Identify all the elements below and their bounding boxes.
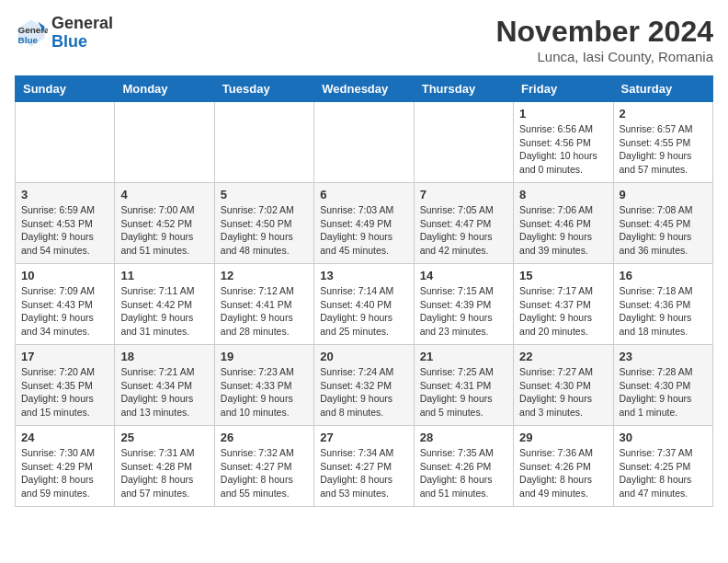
calendar-cell: 27Sunrise: 7:34 AM Sunset: 4:27 PM Dayli… [314,426,414,507]
day-number: 15 [519,269,607,282]
day-info: Sunrise: 6:57 AM Sunset: 4:55 PM Dayligh… [620,122,707,177]
day-info: Sunrise: 6:56 AM Sunset: 4:56 PM Dayligh… [519,122,607,177]
calendar-cell: 29Sunrise: 7:36 AM Sunset: 4:26 PM Dayli… [514,426,613,507]
week-row-4: 17Sunrise: 7:20 AM Sunset: 4:35 PM Dayli… [16,345,713,426]
header-tuesday: Tuesday [214,76,313,102]
calendar-cell: 14Sunrise: 7:15 AM Sunset: 4:39 PM Dayli… [414,264,513,345]
day-number: 23 [620,350,707,363]
day-number: 20 [320,350,407,363]
day-number: 30 [620,431,707,444]
day-info: Sunrise: 7:25 AM Sunset: 4:31 PM Dayligh… [420,365,507,419]
calendar-cell: 4Sunrise: 7:00 AM Sunset: 4:52 PM Daylig… [115,183,214,264]
title-area: November 2024 Lunca, Iasi County, Romani… [495,15,713,64]
week-row-2: 3Sunrise: 6:59 AM Sunset: 4:53 PM Daylig… [16,183,713,264]
calendar-cell: 1Sunrise: 6:56 AM Sunset: 4:56 PM Daylig… [514,102,613,183]
logo-text: General Blue [51,15,113,52]
header-friday: Friday [514,76,613,102]
day-number: 12 [221,269,308,282]
day-info: Sunrise: 7:37 AM Sunset: 4:25 PM Dayligh… [620,446,707,500]
calendar-cell: 10Sunrise: 7:09 AM Sunset: 4:43 PM Dayli… [16,264,115,345]
day-number: 13 [320,269,407,282]
month-title: November 2024 [495,15,713,49]
calendar-cell: 21Sunrise: 7:25 AM Sunset: 4:31 PM Dayli… [414,345,513,426]
day-info: Sunrise: 7:28 AM Sunset: 4:30 PM Dayligh… [620,365,707,419]
day-info: Sunrise: 7:35 AM Sunset: 4:26 PM Dayligh… [420,446,507,500]
day-info: Sunrise: 7:09 AM Sunset: 4:43 PM Dayligh… [21,284,108,339]
day-info: Sunrise: 7:31 AM Sunset: 4:28 PM Dayligh… [120,446,208,500]
calendar-cell: 8Sunrise: 7:06 AM Sunset: 4:46 PM Daylig… [514,183,613,264]
calendar-cell: 24Sunrise: 7:30 AM Sunset: 4:29 PM Dayli… [16,426,115,507]
header-saturday: Saturday [613,76,712,102]
calendar-cell: 11Sunrise: 7:11 AM Sunset: 4:42 PM Dayli… [115,264,214,345]
calendar-cell: 12Sunrise: 7:12 AM Sunset: 4:41 PM Dayli… [214,264,313,345]
logo-icon: General Blue [15,17,48,50]
day-info: Sunrise: 7:23 AM Sunset: 4:33 PM Dayligh… [221,365,308,419]
day-number: 6 [320,188,407,201]
calendar-cell [414,102,513,183]
week-row-3: 10Sunrise: 7:09 AM Sunset: 4:43 PM Dayli… [16,264,713,345]
day-number: 2 [620,107,707,121]
day-info: Sunrise: 7:08 AM Sunset: 4:45 PM Dayligh… [620,203,707,258]
day-info: Sunrise: 7:27 AM Sunset: 4:30 PM Dayligh… [519,365,607,419]
day-number: 25 [120,431,208,444]
day-number: 24 [21,431,108,444]
header-sunday: Sunday [16,76,115,102]
logo-blue-text: Blue [51,33,113,52]
calendar-cell: 17Sunrise: 7:20 AM Sunset: 4:35 PM Dayli… [16,345,115,426]
day-info: Sunrise: 7:15 AM Sunset: 4:39 PM Dayligh… [420,284,507,339]
day-number: 3 [21,188,108,201]
header-wednesday: Wednesday [314,76,414,102]
calendar-cell: 9Sunrise: 7:08 AM Sunset: 4:45 PM Daylig… [613,183,712,264]
day-number: 16 [620,269,707,282]
header: General Blue General Blue November 2024 … [15,15,713,64]
day-info: Sunrise: 7:00 AM Sunset: 4:52 PM Dayligh… [120,203,208,258]
calendar-cell: 16Sunrise: 7:18 AM Sunset: 4:36 PM Dayli… [613,264,712,345]
calendar-cell [314,102,414,183]
svg-text:Blue: Blue [18,35,39,45]
day-number: 9 [620,188,707,201]
day-number: 4 [120,188,208,201]
calendar-cell: 15Sunrise: 7:17 AM Sunset: 4:37 PM Dayli… [514,264,613,345]
day-number: 29 [519,431,607,444]
calendar-cell: 30Sunrise: 7:37 AM Sunset: 4:25 PM Dayli… [613,426,712,507]
calendar-cell: 5Sunrise: 7:02 AM Sunset: 4:50 PM Daylig… [214,183,313,264]
calendar-cell: 7Sunrise: 7:05 AM Sunset: 4:47 PM Daylig… [414,183,513,264]
calendar-cell: 3Sunrise: 6:59 AM Sunset: 4:53 PM Daylig… [16,183,115,264]
day-info: Sunrise: 7:34 AM Sunset: 4:27 PM Dayligh… [320,446,407,500]
calendar-cell: 13Sunrise: 7:14 AM Sunset: 4:40 PM Dayli… [314,264,414,345]
calendar-cell: 25Sunrise: 7:31 AM Sunset: 4:28 PM Dayli… [115,426,214,507]
day-info: Sunrise: 7:06 AM Sunset: 4:46 PM Dayligh… [519,203,607,258]
calendar-cell: 19Sunrise: 7:23 AM Sunset: 4:33 PM Dayli… [214,345,313,426]
day-number: 7 [420,188,507,201]
day-info: Sunrise: 7:12 AM Sunset: 4:41 PM Dayligh… [221,284,308,339]
day-info: Sunrise: 7:30 AM Sunset: 4:29 PM Dayligh… [21,446,108,500]
day-number: 18 [120,350,208,363]
calendar-cell: 28Sunrise: 7:35 AM Sunset: 4:26 PM Dayli… [414,426,513,507]
day-number: 1 [519,107,607,121]
calendar-cell: 18Sunrise: 7:21 AM Sunset: 4:34 PM Dayli… [115,345,214,426]
day-info: Sunrise: 6:59 AM Sunset: 4:53 PM Dayligh… [21,203,108,258]
calendar-cell: 6Sunrise: 7:03 AM Sunset: 4:49 PM Daylig… [314,183,414,264]
location-title: Lunca, Iasi County, Romania [495,49,713,64]
day-info: Sunrise: 7:02 AM Sunset: 4:50 PM Dayligh… [221,203,308,258]
day-info: Sunrise: 7:24 AM Sunset: 4:32 PM Dayligh… [320,365,407,419]
day-number: 14 [420,269,507,282]
logo-general-text: General [51,15,113,33]
calendar-table: SundayMondayTuesdayWednesdayThursdayFrid… [15,75,713,507]
header-thursday: Thursday [414,76,513,102]
day-number: 26 [221,431,308,444]
logo: General Blue General Blue [15,15,113,52]
day-number: 11 [120,269,208,282]
day-info: Sunrise: 7:21 AM Sunset: 4:34 PM Dayligh… [120,365,208,419]
day-info: Sunrise: 7:18 AM Sunset: 4:36 PM Dayligh… [620,284,707,339]
day-info: Sunrise: 7:03 AM Sunset: 4:49 PM Dayligh… [320,203,407,258]
day-info: Sunrise: 7:11 AM Sunset: 4:42 PM Dayligh… [120,284,208,339]
day-number: 10 [21,269,108,282]
calendar-cell [16,102,115,183]
day-number: 8 [519,188,607,201]
day-info: Sunrise: 7:20 AM Sunset: 4:35 PM Dayligh… [21,365,108,419]
day-number: 27 [320,431,407,444]
header-monday: Monday [115,76,214,102]
calendar-cell [115,102,214,183]
week-row-5: 24Sunrise: 7:30 AM Sunset: 4:29 PM Dayli… [16,426,713,507]
